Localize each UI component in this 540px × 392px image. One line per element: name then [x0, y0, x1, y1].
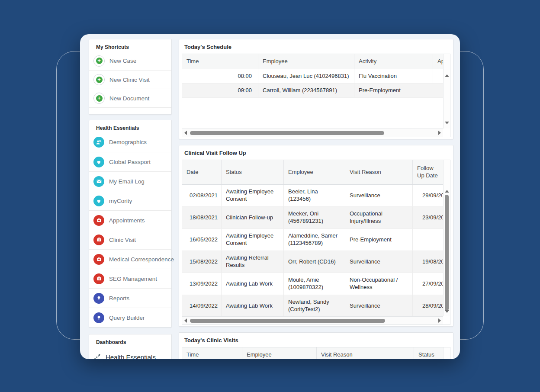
sidebar-item-new-clinic-visit[interactable]: + New Clinic Visit — [89, 70, 171, 89]
column-header-ap[interactable]: Ap — [433, 54, 443, 69]
column-header-visit-reason[interactable]: Visit Reason — [345, 160, 413, 184]
vertical-scrollbar — [443, 347, 450, 359]
table-cell — [413, 229, 443, 251]
sidebar-item-query-builder[interactable]: Query Builder — [89, 308, 171, 327]
table-cell: Pre-Employment — [354, 84, 433, 97]
column-header-employee[interactable]: Employee — [242, 347, 317, 359]
table-row[interactable]: 02/08/2021Awaiting Employee ConsentBeele… — [182, 185, 443, 207]
table-row[interactable]: 18/08/2021Clinician Follow-upMeeker, Oni… — [182, 207, 443, 229]
sidebar-item-label: Medical Correspondence — [109, 256, 174, 263]
table-cell: 15/08/2022 — [182, 251, 222, 273]
scroll-left-arrow[interactable] — [184, 131, 187, 135]
sidebar-item-label: Health Essentials — [106, 353, 156, 360]
table-cell: Awaiting Lab Work — [222, 295, 284, 317]
desktop-background: My Shortcuts + New Case + New Clinic Vis… — [0, 0, 540, 392]
sidebar-item-mycority[interactable]: myCority — [89, 191, 171, 210]
sidebar-item-appointments[interactable]: Appointments — [89, 210, 171, 230]
medical-bag-icon — [93, 235, 104, 245]
sidebar-item-medical-correspondence[interactable]: Medical Correspondence — [89, 249, 171, 269]
table-cell: Awaiting Lab Work — [222, 273, 284, 295]
card-footer — [89, 107, 171, 114]
table-cell: 28/09/202 — [413, 295, 443, 317]
sidebar-item-new-case[interactable]: + New Case — [89, 51, 171, 70]
table-cell — [433, 69, 443, 83]
email-icon — [93, 176, 104, 187]
table-row[interactable]: 16/05/2022Awaiting Employee ConsentAlame… — [182, 229, 443, 251]
clinic-visits-table: Time Employee Visit Reason Status — [182, 347, 450, 359]
column-header-time[interactable]: Time — [182, 54, 258, 69]
table-cell: 14/09/2022 — [182, 295, 222, 317]
sidebar-item-label: My Email Log — [109, 178, 145, 185]
scroll-right-arrow[interactable] — [438, 318, 441, 323]
scrollbar-thumb[interactable] — [190, 131, 384, 135]
scroll-up-arrow[interactable] — [445, 190, 449, 193]
column-header-employee[interactable]: Employee — [284, 160, 345, 184]
add-icon: + — [93, 93, 105, 104]
table-row[interactable]: 13/09/2022Awaiting Lab WorkMoule, Amie (… — [182, 273, 443, 295]
scroll-left-arrow[interactable] — [184, 318, 187, 323]
table-cell: Carroll, William (2234567891) — [258, 84, 354, 97]
medical-bag-icon — [93, 215, 104, 226]
table-row[interactable]: 15/08/2022Awaiting Referral ResultsOrr, … — [182, 251, 443, 273]
trend-chart-icon — [93, 353, 101, 359]
table-cell: Newland, Sandy (CorityTest2) — [284, 295, 345, 317]
sidebar-item-new-document[interactable]: + New Document — [89, 89, 171, 107]
table-cell: 18/08/2021 — [182, 207, 222, 228]
scrollbar-thumb[interactable] — [190, 319, 385, 323]
table-cell: Pre-Employment — [345, 229, 413, 251]
scroll-down-arrow[interactable] — [445, 310, 449, 313]
table-cell: Flu Vaccination — [354, 69, 433, 83]
sidebar-item-global-passport[interactable]: Global Passport — [89, 152, 171, 171]
panel-todays-clinic-visits: Today's Clinic Visits Time Employee Visi… — [179, 332, 453, 359]
table-cell: Surveillance — [345, 251, 413, 273]
column-header-status[interactable]: Status — [414, 347, 443, 359]
table-row[interactable]: 08:00Clouseau, Jean Luc (4102496831)Flu … — [182, 69, 443, 84]
scroll-up-arrow[interactable] — [445, 74, 449, 77]
vertical-scrollbar — [443, 160, 450, 316]
sidebar-item-demographics[interactable]: Demographics — [89, 132, 171, 152]
section-title: Health Essentials — [89, 120, 171, 132]
sidebar-item-label: New Case — [109, 58, 136, 64]
heart-icon — [93, 157, 104, 167]
sidebar-item-seg-management[interactable]: SEG Management — [89, 269, 171, 288]
column-header-follow-up-date[interactable]: Follow Up Date — [413, 160, 443, 184]
table-row[interactable]: 14/09/2022Awaiting Lab WorkNewland, Sand… — [182, 295, 443, 317]
table-cell: Awaiting Referral Results — [222, 251, 284, 273]
sidebar-item-clinic-visit[interactable]: Clinic Visit — [89, 230, 171, 249]
column-header-visit-reason[interactable]: Visit Reason — [317, 347, 414, 359]
column-header-date[interactable]: Date — [182, 160, 222, 184]
panel-todays-schedule: Today's Schedule Time Employee Activity … — [179, 39, 453, 139]
table-cell: Non-Occupational / Wellness — [345, 273, 413, 295]
column-header-activity[interactable]: Activity — [354, 54, 433, 69]
sidebar-item-label: Appointments — [109, 217, 145, 224]
table-header-row: Date Status Employee Visit Reason Follow… — [182, 160, 443, 185]
sidebar-item-label: New Clinic Visit — [109, 77, 150, 83]
column-header-time[interactable]: Time — [182, 347, 242, 359]
lightbulb-icon — [93, 293, 104, 304]
table-cell: Alameddine, Samer (1123456789) — [284, 229, 345, 251]
section-title: My Shortcuts — [89, 39, 171, 51]
sidebar-item-label: Clinic Visit — [109, 237, 136, 243]
sidebar-section-health-essentials: Health Essentials Demographics — [89, 120, 172, 328]
scrollbar-thumb[interactable] — [445, 195, 449, 311]
scroll-down-arrow[interactable] — [445, 122, 449, 124]
sidebar-item-dashboard-health-essentials[interactable]: Health Essentials — [89, 347, 171, 359]
medical-bag-icon — [93, 273, 104, 284]
column-header-employee[interactable]: Employee — [258, 54, 354, 69]
column-header-status[interactable]: Status — [222, 160, 284, 184]
person-search-icon — [93, 137, 104, 148]
horizontal-scrollbar — [182, 316, 443, 325]
sidebar-item-reports[interactable]: Reports — [89, 288, 171, 308]
table-cell: Beeler, Lina (123456) — [284, 185, 345, 206]
scroll-right-arrow[interactable] — [438, 131, 441, 135]
table-cell: Awaiting Employee Consent — [222, 229, 284, 251]
sidebar-item-my-email-log[interactable]: My Email Log — [89, 171, 171, 191]
table-row[interactable]: 09:00Carroll, William (2234567891)Pre-Em… — [182, 84, 443, 98]
medical-bag-icon — [93, 254, 104, 265]
table-body: 08:00Clouseau, Jean Luc (4102496831)Flu … — [182, 69, 443, 98]
sidebar-item-label: New Document — [109, 95, 149, 102]
table-header-row: Time Employee Activity Ap — [182, 54, 443, 69]
table-cell: Awaiting Employee Consent — [222, 185, 284, 206]
table-cell: 29/09/202 — [413, 185, 443, 206]
sidebar-section-dashboards: Dashboards Health Essentials — [89, 334, 172, 359]
